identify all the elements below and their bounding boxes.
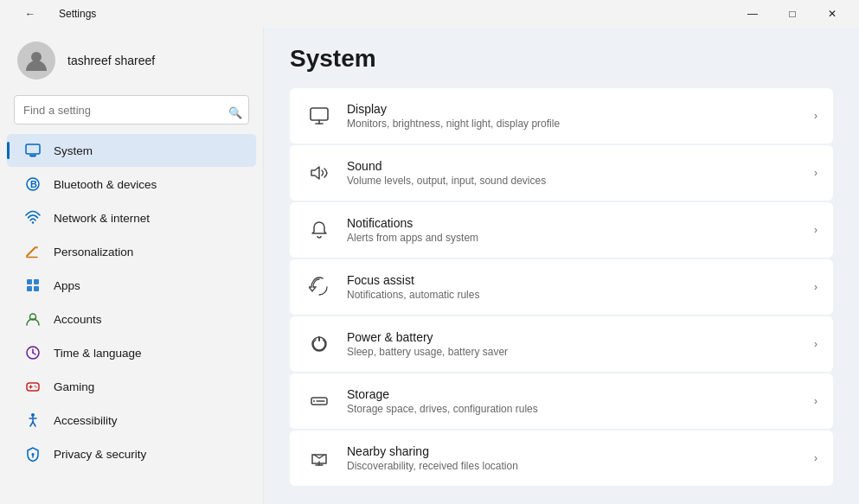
personalization-icon	[24, 243, 42, 260]
settings-item-display[interactable]: Display Monitors, brightness, night ligh…	[290, 88, 833, 144]
apps-icon	[24, 277, 42, 294]
storage-text: Storage Storage space, drives, configura…	[347, 387, 800, 415]
display-text: Display Monitors, brightness, night ligh…	[347, 102, 800, 130]
notifications-chevron: ›	[814, 224, 817, 236]
sidebar-item-gaming[interactable]: Gaming	[7, 370, 256, 403]
svg-line-25	[30, 422, 33, 426]
nearby-desc: Discoverability, received files location	[347, 460, 800, 472]
sidebar-item-label-accessibility: Accessibility	[54, 414, 118, 427]
minimize-button[interactable]: —	[733, 0, 772, 28]
avatar	[17, 41, 55, 80]
svg-rect-12	[34, 286, 39, 291]
back-button[interactable]: ←	[10, 0, 50, 28]
focus-title: Focus assist	[347, 273, 800, 287]
sidebar-item-personalization[interactable]: Personalization	[7, 235, 256, 268]
display-title: Display	[347, 102, 800, 116]
close-button[interactable]: ✕	[812, 0, 852, 28]
titlebar-controls: — □ ✕	[733, 0, 852, 28]
nearby-text: Nearby sharing Discoverability, received…	[347, 444, 800, 472]
focus-desc: Notifications, automatic rules	[347, 289, 800, 301]
sidebar-item-bluetooth[interactable]: B Bluetooth & devices	[7, 168, 256, 201]
sidebar-item-label-network: Network & internet	[54, 212, 150, 225]
focus-text: Focus assist Notifications, automatic ru…	[347, 273, 800, 301]
settings-item-storage[interactable]: Storage Storage space, drives, configura…	[290, 373, 833, 429]
sidebar-item-time[interactable]: Time & language	[7, 336, 256, 369]
svg-rect-10	[34, 279, 39, 284]
svg-point-20	[35, 386, 36, 387]
display-chevron: ›	[814, 110, 817, 122]
power-title: Power & battery	[347, 330, 800, 344]
search-input[interactable]	[14, 95, 249, 124]
sidebar-item-label-accounts: Accounts	[54, 313, 102, 326]
app-container: tashreef shareef 🔍 System	[0, 28, 859, 504]
sidebar-item-label-time: Time & language	[54, 347, 142, 360]
power-chevron: ›	[814, 338, 817, 350]
sidebar-item-apps[interactable]: Apps	[7, 269, 256, 302]
nearby-icon	[305, 444, 333, 472]
titlebar: ← Settings — □ ✕	[0, 0, 859, 28]
sound-chevron: ›	[814, 167, 817, 179]
minimize-icon: —	[747, 8, 758, 20]
storage-icon	[305, 387, 333, 415]
sidebar-item-accessibility[interactable]: Accessibility	[7, 404, 256, 437]
svg-line-26	[33, 422, 35, 426]
back-icon: ←	[25, 8, 35, 20]
nearby-title: Nearby sharing	[347, 444, 800, 458]
storage-title: Storage	[347, 387, 800, 401]
sidebar-item-label-apps: Apps	[54, 279, 80, 292]
sound-icon	[305, 159, 333, 187]
settings-item-nearby[interactable]: Nearby sharing Discoverability, received…	[290, 431, 833, 486]
focus-chevron: ›	[814, 281, 817, 293]
sidebar: tashreef shareef 🔍 System	[0, 28, 264, 504]
sidebar-item-label-privacy: Privacy & security	[54, 448, 146, 461]
accounts-icon	[24, 310, 42, 328]
svg-point-21	[35, 386, 37, 388]
settings-item-power[interactable]: Power & battery Sleep, battery usage, ba…	[290, 316, 833, 372]
notifications-text: Notifications Alerts from apps and syste…	[347, 216, 800, 244]
svg-rect-11	[27, 286, 32, 291]
svg-line-7	[27, 247, 35, 256]
sound-desc: Volume levels, output, input, sound devi…	[347, 175, 800, 187]
display-icon	[305, 102, 333, 130]
titlebar-left: ← Settings	[10, 0, 96, 28]
power-desc: Sleep, battery usage, battery saver	[347, 346, 800, 358]
nearby-chevron: ›	[814, 452, 817, 464]
display-desc: Monitors, brightness, night light, displ…	[347, 118, 800, 130]
svg-text:B: B	[30, 179, 37, 189]
network-icon	[24, 209, 42, 226]
svg-line-16	[33, 353, 35, 354]
sidebar-item-network[interactable]: Network & internet	[7, 201, 256, 234]
sidebar-item-label-personalization: Personalization	[54, 246, 133, 258]
svg-rect-1	[26, 144, 40, 154]
svg-rect-9	[27, 279, 32, 284]
maximize-button[interactable]: □	[772, 0, 812, 28]
power-text: Power & battery Sleep, battery usage, ba…	[347, 330, 800, 358]
user-profile[interactable]: tashreef shareef	[0, 28, 263, 92]
maximize-icon: □	[789, 8, 795, 20]
sidebar-item-privacy[interactable]: Privacy & security	[7, 437, 256, 470]
power-icon	[305, 330, 333, 358]
settings-item-focus[interactable]: Focus assist Notifications, automatic ru…	[290, 259, 833, 315]
sidebar-item-accounts[interactable]: Accounts	[7, 303, 256, 335]
settings-item-sound[interactable]: Sound Volume levels, output, input, soun…	[290, 145, 833, 201]
system-icon	[24, 142, 42, 159]
settings-item-notifications[interactable]: Notifications Alerts from apps and syste…	[290, 202, 833, 258]
svg-marker-32	[311, 167, 319, 179]
page-title: System	[290, 45, 833, 73]
svg-point-6	[32, 221, 34, 223]
storage-desc: Storage space, drives, configuration rul…	[347, 403, 800, 415]
privacy-icon	[24, 445, 42, 463]
notifications-icon	[305, 216, 333, 244]
focus-icon	[305, 273, 333, 301]
sidebar-item-label-system: System	[54, 144, 93, 157]
sidebar-item-label-gaming: Gaming	[54, 380, 94, 393]
sidebar-item-system[interactable]: System	[7, 134, 256, 167]
gaming-icon	[24, 378, 42, 395]
titlebar-title: Settings	[59, 8, 96, 20]
sidebar-item-label-bluetooth: Bluetooth & devices	[54, 178, 157, 191]
user-name: tashreef shareef	[67, 54, 155, 67]
close-icon: ✕	[828, 8, 837, 20]
sidebar-nav: System B Bluetooth & devices	[0, 133, 263, 471]
sound-title: Sound	[347, 159, 800, 173]
time-icon	[24, 344, 42, 361]
